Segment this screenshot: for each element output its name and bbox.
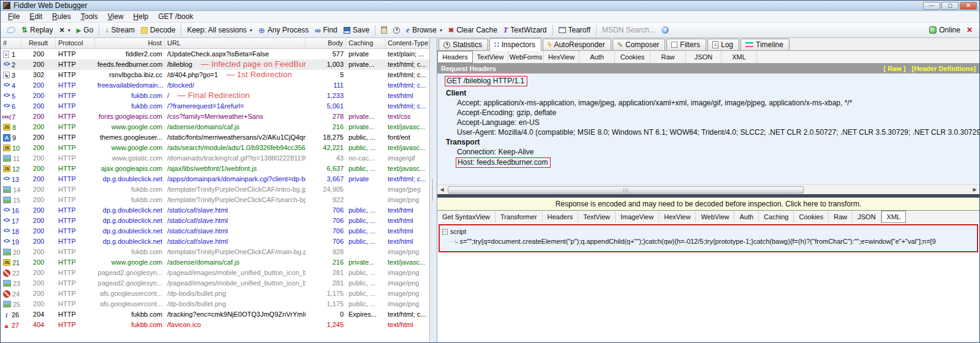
column-header-host[interactable]: Host — [95, 38, 165, 48]
menu-help[interactable]: Help — [129, 12, 154, 21]
session-row[interactable]: 24200HTTPafs.googleusercont.../dp-bodis/… — [1, 288, 429, 299]
header-definitions-link[interactable]: [Header Definitions] — [911, 65, 976, 72]
menu-session-request[interactable]: GET /book — [153, 12, 198, 21]
tab-autoresponder[interactable]: ϟAutoResponder — [543, 39, 611, 50]
tab-timeline[interactable]: Timeline — [741, 39, 790, 50]
column-header-protocol[interactable]: Protocol — [56, 38, 95, 48]
online-indicator[interactable]: Online — [926, 24, 963, 36]
tab-hexview[interactable]: HexView — [659, 211, 696, 223]
find-button[interactable]: ∞Find — [312, 24, 341, 36]
session-row[interactable]: JS12200HTTPajax.googleapis.com/ajax/libs… — [1, 164, 429, 174]
column-header-body[interactable]: Body — [306, 38, 346, 48]
menu-rules[interactable]: Rules — [47, 12, 76, 21]
tab-webforms[interactable]: WebForms — [508, 51, 544, 63]
tab-json[interactable]: JSON — [853, 211, 881, 223]
tab-caching[interactable]: Caching — [759, 211, 794, 223]
session-row[interactable]: ▲27404HTTPfukbb.com/favicon.ico1,245text… — [1, 320, 429, 330]
session-row[interactable]: 23200HTTPpagead2.googlesyn.../pagead/ima… — [1, 278, 429, 288]
raw-link[interactable]: [ Raw ] — [883, 65, 905, 72]
session-row[interactable]: ↳3302HTTPrsnvlbgcba.ibiz.cc/d/404.php?go… — [1, 70, 429, 80]
tab-cookies[interactable]: Cookies — [615, 51, 650, 63]
timer-button[interactable] — [390, 26, 403, 35]
tab-auth[interactable]: Auth — [734, 211, 759, 223]
clear-cache-button[interactable]: ✖Clear Cache — [445, 24, 500, 36]
session-row[interactable]: JS8200HTTPwww.google.com/adsense/domains… — [1, 122, 429, 132]
keep-sessions-dropdown[interactable]: Keep: All sessions▾ — [184, 24, 255, 36]
session-row[interactable]: 15200HTTPfukbb.com/template/TrinityPurpl… — [1, 195, 429, 205]
session-row[interactable]: 14200HTTPfukbb.com/template/TrinityPurpl… — [1, 184, 429, 195]
session-row[interactable]: 25200HTTPafs.googleusercont.../dp-bodis/… — [1, 299, 429, 309]
replay-button[interactable]: ⇅Replay — [18, 24, 56, 36]
tree-collapse-icon[interactable]: − — [442, 229, 448, 235]
session-row[interactable]: i26204HTTPfukbb.com/tracking?enc=cmk9NjE… — [1, 309, 429, 320]
go-button[interactable]: ▶Go — [74, 24, 97, 36]
session-row[interactable]: <>6200HTTPfukbb.com/?framerequest=1&refu… — [1, 101, 429, 111]
tab-statistics[interactable]: Statistics — [439, 39, 488, 50]
tab-webview[interactable]: WebView — [696, 211, 734, 223]
tab-inspectors[interactable]: ∷Inspectors — [489, 38, 541, 51]
panel-splitter[interactable] — [429, 38, 437, 343]
tab-textview[interactable]: TextView — [473, 51, 508, 63]
minimize-button[interactable]: — — [923, 2, 940, 10]
help-button[interactable]: ? — [658, 25, 672, 35]
session-list-header[interactable]: #ResultProtocolHostURLBodyCachingContent… — [1, 38, 429, 49]
session-row[interactable]: ≡1200HTTPfiddler2.com/UpdateCheck.aspx?i… — [1, 49, 429, 59]
session-row[interactable]: <>13200HTTPdp.g.doubleclick.net/apps/dom… — [1, 174, 429, 184]
textwizard-button[interactable]: TTextWizard — [500, 24, 550, 36]
column-header-result[interactable]: Result — [21, 38, 56, 48]
tab-filters[interactable]: Filters — [666, 39, 706, 50]
session-row[interactable]: <>16200HTTPdp.g.doubleclick.net/static/c… — [1, 205, 429, 216]
xml-root-node[interactable]: script — [450, 228, 466, 235]
session-row[interactable]: JS10200HTTPwww.google.com/ads/search/mod… — [1, 143, 429, 153]
browse-button[interactable]: eBrowse▾ — [403, 24, 445, 36]
tab-cookies[interactable]: Cookies — [794, 211, 829, 223]
msdn-search-button[interactable]: MSDN Search... — [599, 24, 658, 36]
any-process-button[interactable]: ⊕Any Process — [255, 24, 312, 36]
tab-textview[interactable]: TextView — [578, 211, 616, 223]
tab-raw[interactable]: Raw — [829, 211, 853, 223]
session-row[interactable]: 22200HTTPpagead2.googlesyn.../pagead/ima… — [1, 268, 429, 278]
session-row[interactable]: <>5200HTTPfukbb.com/Final Redirection1,2… — [1, 91, 429, 101]
tab-headers[interactable]: Headers — [437, 51, 473, 63]
tab-xml[interactable]: XML — [881, 211, 907, 223]
screenshot-button[interactable] — [378, 25, 390, 35]
column-header-#[interactable]: # — [1, 38, 21, 48]
remove-sessions-button[interactable]: ✕▾ — [56, 25, 73, 36]
close-button[interactable]: ✕ — [960, 2, 977, 10]
session-row[interactable]: <>4200HTTPfreeavailabledomain.../blocked… — [1, 80, 429, 91]
session-row[interactable]: 20200HTTPfukbb.com/template/TrinityPurpl… — [1, 247, 429, 257]
session-row[interactable]: 11200HTTPwww.gstatic.com/domainads/track… — [1, 153, 429, 164]
session-row[interactable]: <>19200HTTPdp.g.doubleclick.net/static/c… — [1, 236, 429, 247]
horizontal-scrollbar[interactable]: ◀ ▶ — [437, 184, 979, 194]
save-button[interactable]: Save — [341, 24, 372, 36]
session-row[interactable]: css{7200HTTPfonts.googleapis.com/css?fam… — [1, 111, 429, 122]
tab-xml[interactable]: XML — [722, 51, 757, 63]
session-row[interactable]: JS21200HTTPwww.google.com/adsense/domain… — [1, 257, 429, 268]
decode-notice-bar[interactable]: Response is encoded and may need to be d… — [437, 197, 979, 211]
restore-button[interactable]: ◻ — [941, 2, 959, 10]
toolbar-close-button[interactable]: ✕ — [963, 24, 976, 36]
column-header-caching[interactable]: Caching — [346, 38, 385, 48]
menu-edit[interactable]: Edit — [24, 12, 47, 21]
tab-json[interactable]: JSON — [686, 51, 722, 63]
tab-hexview[interactable]: HexView — [544, 51, 579, 63]
menu-view[interactable]: View — [103, 12, 129, 21]
tab-get-syntaxview[interactable]: Get SyntaxView — [437, 211, 496, 223]
column-header-url[interactable]: URL — [165, 38, 306, 48]
tab-auth[interactable]: Auth — [579, 51, 615, 63]
stream-button[interactable]: ↓Stream — [102, 24, 138, 36]
tab-raw[interactable]: Raw — [650, 51, 686, 63]
tab-headers[interactable]: Headers — [543, 211, 579, 223]
tab-transformer[interactable]: Transformer — [496, 211, 543, 223]
tab-imageview[interactable]: ImageView — [616, 211, 659, 223]
tearoff-button[interactable]: Tearoff — [556, 24, 594, 36]
tab-log[interactable]: ≡Log — [707, 39, 739, 50]
scroll-left-arrow[interactable]: ◀ — [437, 187, 447, 192]
menu-tools[interactable]: Tools — [76, 12, 103, 21]
scrollbar-thumb[interactable] — [448, 186, 804, 194]
session-row[interactable]: <>18200HTTPdp.g.doubleclick.net/static/c… — [1, 226, 429, 236]
session-row[interactable]: <>2200HTTPfeeds.feedburner.com/bileblogI… — [1, 59, 429, 70]
scroll-right-arrow[interactable]: ▶ — [970, 187, 979, 192]
menu-file[interactable]: File — [3, 12, 24, 21]
session-row[interactable]: <>17200HTTPdp.g.doubleclick.net/static/c… — [1, 216, 429, 226]
